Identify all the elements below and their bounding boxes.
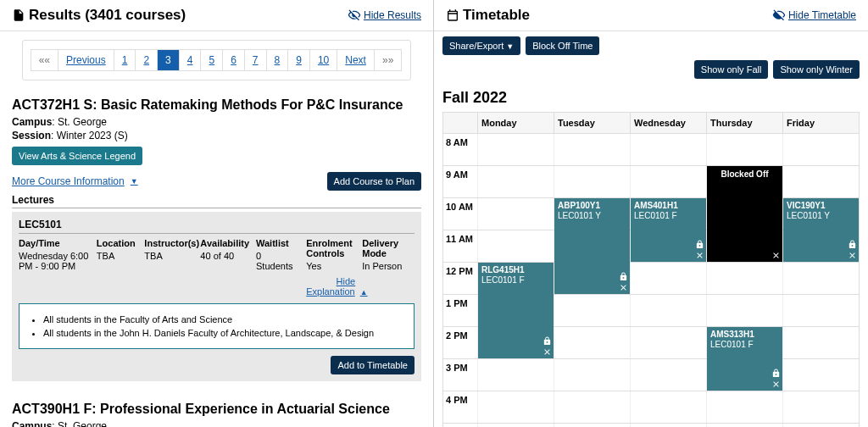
- hide-explanation-link[interactable]: Hide Explanation: [306, 276, 355, 297]
- day-head-wed: Wednesday: [630, 113, 706, 133]
- timetable-cell[interactable]: Blocked Off: [706, 166, 782, 197]
- timetable-cell[interactable]: [554, 134, 630, 165]
- lecture-code: LEC5101: [19, 219, 415, 234]
- legend-button[interactable]: View Arts & Science Legend: [12, 147, 142, 165]
- hide-results-link[interactable]: Hide Results: [348, 8, 421, 22]
- timetable-cell[interactable]: AMS401H1 LEC0101 F: [630, 198, 706, 230]
- time-label: 5 PM: [443, 424, 477, 427]
- timetable-cell[interactable]: [477, 230, 554, 262]
- timetable-header: Timetable Hide Timetable: [434, 0, 868, 31]
- timetable-cell[interactable]: [630, 263, 706, 294]
- share-export-button[interactable]: Share/Export: [442, 36, 520, 55]
- timetable-cell[interactable]: [554, 230, 630, 262]
- timetable-cell[interactable]: RLG415H1 LEC0101 F: [477, 263, 554, 294]
- timetable-cell[interactable]: [782, 424, 859, 427]
- timetable-cell[interactable]: [477, 134, 554, 165]
- course-campus: Campus: St. George: [12, 116, 421, 128]
- timetable-cell[interactable]: ABP100Y1 LEC0101 Y: [554, 198, 630, 230]
- timetable-cell[interactable]: [782, 263, 859, 294]
- timetable-row: 12 PMRLG415H1 LEC0101 F: [442, 263, 860, 295]
- lectures-heading: Lectures: [12, 194, 421, 208]
- timetable-row: 10 AMABP100Y1 LEC0101 Y AMS401H1 LEC0101…: [442, 198, 860, 230]
- timetable-cell[interactable]: [554, 295, 630, 326]
- timetable-cell[interactable]: [782, 391, 859, 423]
- timetable-cell[interactable]: [477, 166, 554, 197]
- explanation-line: All students in the John H. Daniels Facu…: [43, 328, 395, 338]
- course-title: ACT390H1 F: Professional Experience in A…: [12, 402, 421, 417]
- page-5[interactable]: 5: [200, 49, 223, 71]
- time-label: 4 PM: [443, 391, 477, 423]
- timetable-cell[interactable]: [706, 263, 782, 294]
- timetable-cell[interactable]: [706, 230, 782, 262]
- timetable-cell[interactable]: [477, 359, 554, 391]
- add-timetable-button[interactable]: Add to Timetable: [331, 356, 415, 374]
- timetable-cell[interactable]: [630, 424, 706, 427]
- timetable-cell[interactable]: [706, 424, 782, 427]
- page-last[interactable]: »»: [374, 49, 402, 71]
- timetable-cell[interactable]: [706, 391, 782, 423]
- page-next[interactable]: Next: [337, 49, 375, 71]
- timetable-cell[interactable]: [477, 327, 554, 358]
- timetable-cell[interactable]: [706, 295, 782, 326]
- page-6[interactable]: 6: [222, 49, 245, 71]
- timetable-cell[interactable]: [554, 327, 630, 358]
- timetable-cell[interactable]: [782, 327, 859, 358]
- timetable-cell[interactable]: [477, 391, 554, 423]
- timetable-cell[interactable]: [554, 166, 630, 197]
- timetable-cell[interactable]: [554, 424, 630, 427]
- page-1[interactable]: 1: [114, 49, 136, 71]
- page-prev[interactable]: Previous: [58, 49, 114, 71]
- more-info-link[interactable]: More Course Information: [12, 175, 138, 187]
- block-off-button[interactable]: Block Off Time: [526, 36, 599, 55]
- timetable-cell[interactable]: [706, 134, 782, 165]
- timetable-cell[interactable]: [782, 230, 859, 262]
- page-3[interactable]: 3: [157, 49, 180, 71]
- add-course-plan-button[interactable]: Add Course to Plan: [327, 172, 421, 191]
- timetable-cell[interactable]: [554, 359, 630, 391]
- timetable-cell[interactable]: [630, 327, 706, 358]
- timetable-row: 9 AMBlocked Off: [442, 166, 860, 198]
- page-7[interactable]: 7: [244, 49, 267, 71]
- timetable-cell[interactable]: [477, 295, 554, 326]
- timetable-cell[interactable]: [782, 166, 859, 197]
- timetable-toolbar: Share/Export Block Off Time: [434, 31, 868, 60]
- page-2[interactable]: 2: [135, 49, 158, 71]
- hide-results-label: Hide Results: [364, 9, 421, 21]
- timetable-cell[interactable]: VIC190Y1 LEC0101 Y: [782, 198, 859, 230]
- page-4[interactable]: 4: [179, 49, 202, 71]
- timetable-cell[interactable]: [706, 359, 782, 391]
- timetable-cell[interactable]: [630, 359, 706, 391]
- event-code: VIC190Y1: [787, 201, 855, 211]
- event-code: AMS401H1: [634, 201, 703, 211]
- page-10[interactable]: 10: [309, 49, 337, 71]
- timetable-cell[interactable]: [782, 359, 859, 391]
- timetable-title-wrap: Timetable: [446, 7, 530, 24]
- timetable-cell[interactable]: [630, 166, 706, 197]
- course-act390: ACT390H1 F: Professional Experience in A…: [0, 393, 433, 427]
- event-code: RLG415H1: [481, 265, 550, 275]
- show-fall-button[interactable]: Show only Fall: [694, 60, 769, 79]
- eye-off-icon: [772, 8, 786, 22]
- page-first[interactable]: ««: [31, 49, 58, 71]
- timetable-row: 2 PMAMS313H1 LEC0101 F: [442, 327, 860, 359]
- timetable-cell[interactable]: [630, 134, 706, 165]
- results-title-wrap: Results (3401 courses): [12, 7, 186, 24]
- timetable-cell[interactable]: [782, 295, 859, 326]
- timetable-cell[interactable]: [706, 198, 782, 230]
- page-9[interactable]: 9: [287, 49, 310, 71]
- hide-timetable-link[interactable]: Hide Timetable: [772, 8, 856, 22]
- timetable-row: 4 PM: [442, 391, 860, 424]
- timetable-cell[interactable]: [630, 391, 706, 423]
- timetable-cell[interactable]: [630, 295, 706, 326]
- timetable-cell[interactable]: [630, 230, 706, 262]
- timetable-cell[interactable]: [554, 391, 630, 423]
- show-winter-button[interactable]: Show only Winter: [773, 60, 860, 79]
- timetable-cell[interactable]: [782, 134, 859, 165]
- timetable-cell[interactable]: AMS313H1 LEC0101 F: [706, 327, 782, 358]
- timetable-cell[interactable]: [477, 198, 554, 230]
- page-8[interactable]: 8: [266, 49, 289, 71]
- course-actions: More Course Information Add Course to Pl…: [12, 172, 421, 191]
- timetable-cell[interactable]: [554, 263, 630, 294]
- timetable-head: Monday Tuesday Wednesday Thursday Friday: [442, 112, 860, 134]
- timetable-cell[interactable]: [477, 424, 554, 427]
